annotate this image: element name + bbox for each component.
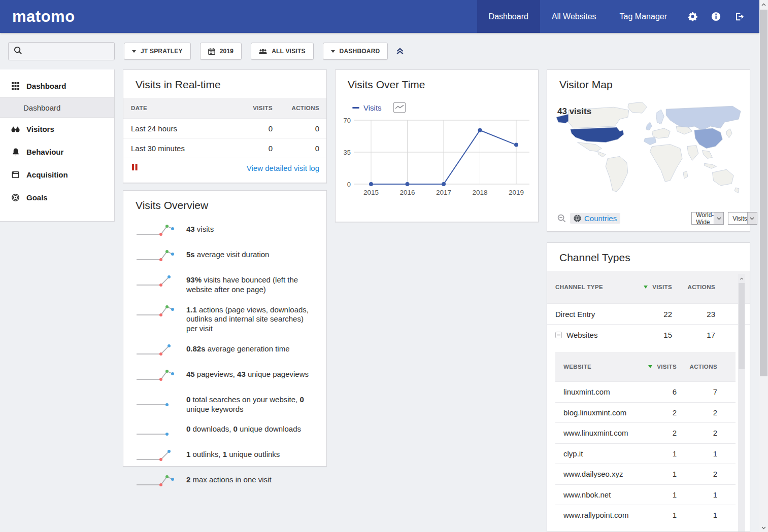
caret-down-icon (132, 50, 136, 53)
sidebar-item-label: Dashboard (26, 82, 66, 90)
col-visits[interactable]: VISITS (229, 105, 273, 111)
sparkline-chart[interactable] (136, 304, 186, 320)
page-scrollbar-thumb[interactable] (760, 10, 767, 376)
map-metric-select[interactable]: Visits (728, 212, 757, 225)
zoom-out-icon[interactable] (557, 214, 566, 223)
svg-text:70: 70 (344, 117, 351, 124)
bell-icon (11, 148, 20, 156)
sparkline-chart[interactable] (136, 474, 186, 490)
metric-text: 0.82s average generation time (186, 341, 289, 354)
sidebar-item-dashboard[interactable]: Dashboard (0, 75, 114, 97)
countries-link[interactable]: Countries (570, 213, 620, 224)
pause-icon[interactable] (132, 163, 138, 172)
col-visits[interactable]: VISITS (636, 364, 677, 370)
overview-metric: 0 total searches on your website, 0 uniq… (136, 392, 314, 414)
sparkline-chart[interactable] (136, 448, 186, 465)
svg-text:35: 35 (344, 149, 351, 156)
collapse-dashboard-icon[interactable] (396, 48, 404, 55)
websites-table-header: WEBSITEVISITSACTIONS (555, 352, 736, 381)
globe-icon (574, 215, 581, 222)
legend-dash (352, 107, 359, 109)
scroll-up-arrow[interactable] (738, 275, 745, 282)
legend-label[interactable]: Visits (363, 103, 382, 112)
table-row[interactable]: www.linuxmint.com22 (555, 422, 736, 443)
metric-text: 1 outlinks, 1 unique outlinks (186, 447, 280, 459)
sidebar-item-acquisition[interactable]: Acquisition (0, 163, 114, 186)
overview-metric: 5s average visit duration (136, 247, 314, 265)
sidebar-item-behaviour[interactable]: Behaviour (0, 140, 114, 163)
col-channel-type[interactable]: CHANNEL TYPE (555, 284, 629, 290)
search-icon (14, 46, 22, 57)
signout-icon[interactable] (734, 12, 744, 21)
map-visits-label: 43 visits (557, 107, 591, 117)
sparkline-chart[interactable] (136, 223, 186, 239)
scroll-down-arrow[interactable] (759, 523, 768, 532)
toolbar-button-jt-spratley[interactable]: JT SPRATLEY (124, 43, 191, 60)
metric-text: 93% visits have bounced (left the websit… (186, 272, 314, 295)
svg-text:2017: 2017 (436, 189, 451, 196)
overview-metric: 43 visits (136, 222, 314, 239)
col-visits[interactable]: VISITS (629, 284, 672, 290)
table-row[interactable]: www.nbok.net11 (555, 484, 736, 505)
table-row[interactable]: blog.linuxmint.com22 (555, 402, 736, 423)
toolbar-button-dashboard[interactable]: DASHBOARD (323, 43, 388, 60)
svg-text:2019: 2019 (509, 189, 524, 196)
sparkline-chart[interactable] (136, 423, 186, 439)
top-navbar: matomo DashboardAll WebsitesTag Manager (0, 0, 759, 33)
nav-item-dashboard[interactable]: Dashboard (477, 0, 540, 33)
metric-text: 5s average visit duration (186, 247, 269, 260)
chevron-down-icon (714, 212, 723, 224)
search-input[interactable] (26, 47, 108, 55)
info-icon[interactable] (711, 12, 721, 21)
widget-title: Visits Over Time (336, 70, 538, 98)
col-actions[interactable]: ACTIONS (273, 105, 319, 111)
toolbar-button-all-visits[interactable]: ALL VISITS (251, 43, 313, 60)
widget-scrollbar[interactable] (738, 274, 745, 531)
toolbar-selectors: JT SPRATLEY2019ALL VISITSDASHBOARD (124, 43, 388, 60)
widget-visitor-map: Visitor Map 43 visits (547, 69, 750, 232)
col-website[interactable]: WEBSITE (563, 364, 636, 370)
sidebar-item-visitors[interactable]: Visitors (0, 118, 114, 140)
page-scrollbar[interactable] (759, 0, 768, 532)
widget-scrollbar-thumb[interactable] (739, 283, 745, 369)
table-row[interactable]: Direct Entry2223 (547, 303, 750, 324)
sparkline-chart[interactable] (136, 274, 186, 290)
table-row[interactable]: Last 24 hours00 (123, 118, 326, 138)
table-row[interactable]: Websites1517 (547, 324, 750, 345)
map-region-select[interactable]: World-Wide (691, 212, 724, 225)
visits-line-chart[interactable]: 0357020152016201720182019 (340, 113, 538, 204)
sparkline-chart[interactable] (136, 368, 186, 384)
sparkline-chart[interactable] (136, 249, 186, 265)
metric-text: 2 max actions in one visit (186, 472, 272, 485)
collapse-row-icon[interactable] (555, 332, 562, 338)
table-row[interactable]: clyp.it11 (555, 443, 736, 464)
col-date[interactable]: DATE (131, 105, 229, 111)
widget-channel-types: Channel Types CHANNEL TYPEVISITSACTIONS … (547, 242, 750, 532)
matomo-logo[interactable]: matomo (0, 8, 87, 26)
users-icon (259, 49, 267, 54)
table-row[interactable]: linuxmint.com67 (555, 381, 736, 402)
chevron-down-icon (747, 212, 757, 224)
settings-icon[interactable] (688, 12, 697, 21)
table-row[interactable]: Last 30 minutes00 (123, 138, 326, 158)
nav-item-all-websites[interactable]: All Websites (540, 0, 608, 33)
navbar-menu: DashboardAll WebsitesTag Manager (477, 0, 679, 33)
sidebar-item-label: Behaviour (26, 148, 63, 156)
caret-down-icon (331, 50, 335, 53)
col-actions[interactable]: ACTIONS (672, 284, 715, 290)
search-box[interactable] (8, 42, 115, 60)
sidebar-item-label: Acquisition (26, 170, 68, 179)
sidebar-item-goals[interactable]: Goals (0, 186, 114, 209)
table-row[interactable]: www.rallypoint.com11 (555, 505, 736, 525)
table-row[interactable]: www.dailyseo.xyz12 (555, 464, 736, 484)
sparkline-chart[interactable] (136, 394, 186, 410)
sidebar-item-dashboard-sub[interactable]: Dashboard (0, 97, 114, 118)
toolbar-button-2019[interactable]: 2019 (200, 43, 242, 60)
scroll-up-arrow[interactable] (759, 0, 768, 9)
col-actions[interactable]: ACTIONS (677, 364, 717, 370)
widget-visits-realtime: Visits in Real-time DATEVISITSACTIONS La… (123, 69, 327, 183)
view-visit-log-link[interactable]: View detailed visit log (247, 164, 319, 172)
sparkline-chart[interactable] (136, 343, 186, 359)
nav-item-tag-manager[interactable]: Tag Manager (608, 0, 679, 33)
chart-export-icon[interactable] (393, 102, 406, 113)
